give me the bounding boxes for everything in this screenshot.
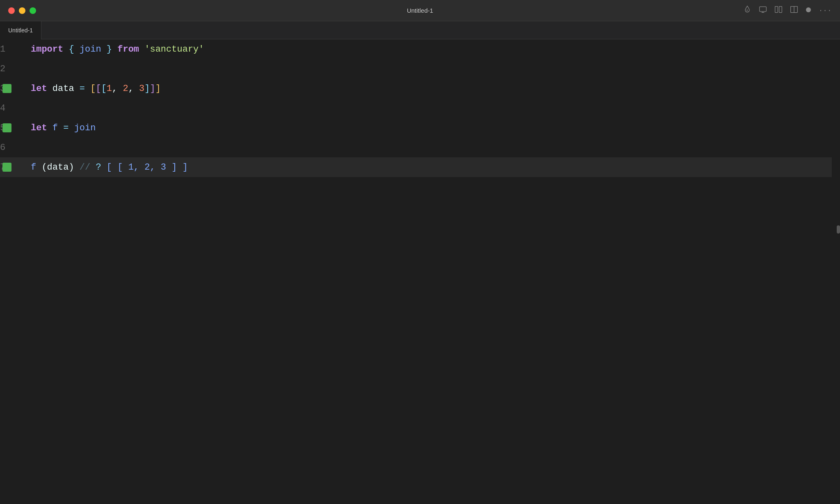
gutter: 1 2 3 4 5 6 7	[0, 39, 23, 504]
token-space-2	[74, 44, 80, 54]
gutter-row-3: 3	[0, 79, 23, 98]
token-space-6	[47, 84, 52, 94]
window-title: Untitled-1	[407, 7, 433, 14]
token-comment-q: ?	[96, 162, 101, 173]
token-comma-2: ,	[128, 84, 134, 94]
token-brace-open: {	[68, 44, 74, 54]
token-num-3: 3	[139, 84, 144, 94]
token-join: join	[80, 44, 101, 54]
token-data: data	[52, 84, 74, 94]
code-line-7: f ( data ) // ? [ [ 1, 2, 3 ] ]	[23, 157, 832, 177]
token-f-var: f	[52, 123, 58, 133]
tab-label: Untitled-1	[8, 27, 33, 34]
columns-icon[interactable]	[774, 5, 783, 16]
gutter-row-7: 7	[0, 157, 23, 177]
token-space-10	[134, 84, 139, 94]
breakpoint-3[interactable]	[2, 84, 11, 93]
token-comma-1: ,	[112, 84, 117, 94]
breakpoint-7[interactable]	[2, 163, 11, 172]
token-comment-slash: //	[80, 162, 90, 173]
token-import: import	[31, 44, 63, 54]
token-equals-2: =	[63, 123, 68, 133]
code-area[interactable]: import { join } from 'sanctuary' let dat…	[23, 39, 840, 504]
gutter-row-4: 4	[0, 98, 23, 118]
close-button[interactable]	[8, 7, 15, 14]
token-space-13	[68, 123, 74, 133]
token-space-14	[36, 162, 41, 173]
code-line-3: let data = [ [ [ 1 , 2 , 3 ] ] ]	[31, 79, 840, 98]
token-bracket-inner-2: ]	[144, 84, 150, 94]
code-line-1: import { join } from 'sanctuary'	[31, 39, 840, 59]
token-space-11	[47, 123, 52, 133]
token-equals-1: =	[80, 84, 85, 94]
toolbar-right: ···	[743, 5, 832, 16]
code-line-6	[31, 138, 840, 157]
token-space-7	[74, 84, 80, 94]
token-f-call: f	[31, 162, 36, 173]
token-let-2: let	[31, 123, 47, 133]
minimize-button[interactable]	[19, 7, 25, 14]
token-num-1: 1	[107, 84, 112, 94]
traffic-lights	[8, 7, 36, 14]
line-number-4: 4	[0, 98, 9, 118]
code-line-4	[31, 98, 840, 118]
token-space-15	[74, 162, 80, 173]
svg-point-7	[806, 7, 811, 12]
svg-rect-4	[779, 7, 782, 13]
token-bracket-outer-1: [	[90, 84, 96, 94]
token-let-1: let	[31, 84, 47, 94]
svg-rect-0	[760, 7, 767, 11]
token-string-sanctuary: 'sanctuary'	[144, 44, 204, 54]
token-result: [ [ 1, 2, 3 ] ]	[107, 162, 188, 173]
split-icon[interactable]	[790, 5, 798, 16]
title-bar: Untitled-1	[0, 0, 840, 21]
line-number-2: 2	[0, 59, 9, 79]
token-space-3	[101, 44, 107, 54]
token-join-2: join	[74, 123, 96, 133]
more-options-icon[interactable]: ···	[819, 7, 832, 14]
svg-rect-3	[775, 7, 778, 13]
token-bracket-mid-1: [	[96, 84, 101, 94]
token-space-12	[58, 123, 63, 133]
monitor-icon[interactable]	[759, 5, 767, 16]
gutter-row-5: 5	[0, 118, 23, 138]
gutter-row-2: 2	[0, 59, 23, 79]
token-data-arg: data	[47, 162, 69, 173]
line-number-6: 6	[0, 138, 9, 157]
token-space-9	[117, 84, 123, 94]
breakpoint-5[interactable]	[2, 123, 11, 132]
token-bracket-inner-1: [	[101, 84, 107, 94]
token-paren-close: )	[68, 162, 74, 173]
gutter-row-1: 1	[0, 39, 23, 59]
status-dot	[806, 7, 811, 15]
code-line-2	[31, 59, 840, 79]
token-paren-open: (	[41, 162, 47, 173]
token-space-5	[139, 44, 144, 54]
token-brace-close: }	[107, 44, 112, 54]
token-space-8	[85, 84, 90, 94]
token-num-2: 2	[123, 84, 128, 94]
token-space-16	[90, 162, 96, 173]
token-bracket-mid-2: ]	[150, 84, 155, 94]
tab-bar: Untitled-1	[0, 21, 840, 39]
scrollbar-vertical[interactable]	[837, 225, 840, 234]
code-line-5: let f = join	[31, 118, 840, 138]
token-space-17	[101, 162, 107, 173]
flame-icon[interactable]	[743, 5, 751, 16]
token-from: from	[117, 44, 139, 54]
token-bracket-outer-2: ]	[155, 84, 161, 94]
token-space-1	[63, 44, 68, 54]
maximize-button[interactable]	[30, 7, 36, 14]
editor-container: 1 2 3 4 5 6 7 import	[0, 39, 840, 504]
line-number-1: 1	[0, 39, 9, 59]
gutter-row-6: 6	[0, 138, 23, 157]
tab-untitled-1[interactable]: Untitled-1	[0, 21, 41, 39]
token-space-4	[112, 44, 117, 54]
